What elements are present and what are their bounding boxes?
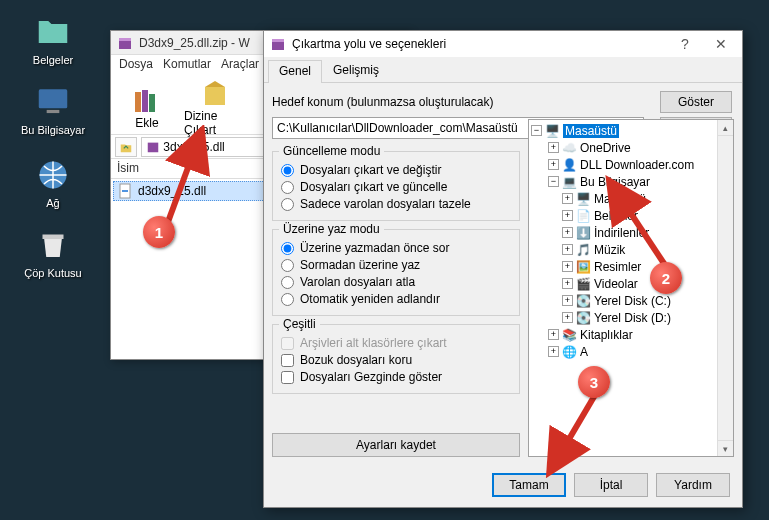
dialog-title: Çıkartma yolu ve seçenekleri bbox=[292, 37, 664, 51]
tree-node-libraries[interactable]: +📚Kitaplıklar bbox=[531, 326, 731, 343]
tree-node-this-pc[interactable]: −💻Bu Bilgisayar bbox=[531, 173, 731, 190]
dialog-right-column: −🖥️Masaüstü +☁️OneDrive +👤DLL Downloader… bbox=[528, 91, 734, 457]
tree-node-downloads[interactable]: +⬇️İndirilenler bbox=[531, 224, 731, 241]
radio-extract-update[interactable]: Dosyaları çıkart ve güncelle bbox=[281, 180, 511, 194]
svg-rect-10 bbox=[148, 143, 159, 153]
books-add-icon bbox=[131, 84, 163, 116]
ok-button[interactable]: Tamam bbox=[492, 473, 566, 497]
scroll-up-button[interactable]: ▴ bbox=[718, 120, 733, 136]
menu-file[interactable]: Dosya bbox=[119, 57, 153, 73]
radio-auto-rename[interactable]: Otomatik yeniden adlandır bbox=[281, 292, 511, 306]
network-icon bbox=[33, 155, 73, 195]
cloud-icon: ☁️ bbox=[562, 140, 577, 155]
menu-commands[interactable]: Komutlar bbox=[163, 57, 211, 73]
svg-rect-1 bbox=[47, 110, 60, 113]
dialog-tabs: Genel Gelişmiş bbox=[264, 59, 742, 83]
books-extract-icon bbox=[199, 77, 231, 109]
tree-scrollbar[interactable]: ▴ ▾ bbox=[717, 120, 733, 456]
svg-rect-3 bbox=[43, 235, 64, 240]
dialog-titlebar[interactable]: Çıkartma yolu ve seçenekleri ? ✕ bbox=[264, 31, 742, 57]
help-button[interactable]: Yardım bbox=[656, 473, 730, 497]
tree-node-onedrive[interactable]: +☁️OneDrive bbox=[531, 139, 731, 156]
documents-icon: 📄 bbox=[576, 208, 591, 223]
winrar-title: D3dx9_25.dll.zip - W bbox=[139, 36, 250, 50]
tree-node-videos[interactable]: +🎬Videolar bbox=[531, 275, 731, 292]
desktop-icon-label: Çöp Kutusu bbox=[18, 267, 88, 279]
toolbar-extract-label: Dizine Çıkart bbox=[184, 109, 246, 137]
tree-node-desktop[interactable]: +🖥️Masaüstü bbox=[531, 190, 731, 207]
column-name: İsim bbox=[117, 161, 139, 176]
scroll-down-button[interactable]: ▾ bbox=[718, 440, 733, 456]
toolbar-add-button[interactable]: Ekle bbox=[115, 79, 179, 135]
tree-node-dlldownloader[interactable]: +👤DLL Downloader.com bbox=[531, 156, 731, 173]
radio-skip-existing[interactable]: Varolan dosyaları atla bbox=[281, 275, 511, 289]
music-icon: 🎵 bbox=[576, 242, 591, 257]
tab-general[interactable]: Genel bbox=[268, 60, 322, 83]
desktop-icon-label: Belgeler bbox=[18, 54, 88, 66]
update-mode-group: Güncelleme modu Dosyaları çıkart ve deği… bbox=[272, 151, 520, 221]
desktop-icon-recyclebin[interactable]: Çöp Kutusu bbox=[18, 225, 88, 279]
tree-node-network[interactable]: +🌐A bbox=[531, 343, 731, 360]
file-name: d3dx9_25.dll bbox=[138, 184, 206, 198]
user-icon: 👤 bbox=[562, 157, 577, 172]
svg-rect-12 bbox=[122, 190, 128, 192]
tree-node-music[interactable]: +🎵Müzik bbox=[531, 241, 731, 258]
tree-node-desktop-root[interactable]: −🖥️Masaüstü bbox=[531, 122, 731, 139]
computer-icon: 💻 bbox=[562, 174, 577, 189]
desktop-folder-icon: 🖥️ bbox=[576, 191, 591, 206]
dll-file-icon bbox=[118, 183, 134, 199]
winrar-icon bbox=[270, 36, 286, 52]
svg-rect-5 bbox=[119, 38, 131, 41]
computer-icon bbox=[33, 82, 73, 122]
check-keep-broken[interactable]: Bozuk dosyaları koru bbox=[281, 353, 511, 367]
help-button[interactable]: ? bbox=[670, 34, 700, 54]
desktop-icon-computer[interactable]: Bu Bilgisayar bbox=[18, 82, 88, 136]
libraries-icon: 📚 bbox=[562, 327, 577, 342]
check-subfolders[interactable]: Arşivleri alt klasörlere çıkart bbox=[281, 336, 511, 350]
menu-tools[interactable]: Araçlar bbox=[221, 57, 259, 73]
pictures-icon: 🖼️ bbox=[576, 259, 591, 274]
save-settings-button[interactable]: Ayarları kaydet bbox=[272, 433, 520, 457]
cancel-button[interactable]: İptal bbox=[574, 473, 648, 497]
disk-icon: 💽 bbox=[576, 310, 591, 325]
toolbar-extract-button[interactable]: Dizine Çıkart bbox=[183, 79, 247, 135]
svg-rect-0 bbox=[39, 89, 68, 108]
radio-extract-replace[interactable]: Dosyaları çıkart ve değiştir bbox=[281, 163, 511, 177]
desktop-icon-documents[interactable]: Belgeler bbox=[18, 12, 88, 66]
tab-advanced[interactable]: Gelişmiş bbox=[322, 59, 390, 82]
svg-rect-7 bbox=[142, 90, 148, 112]
tree-node-disk-c[interactable]: +💽Yerel Disk (C:) bbox=[531, 292, 731, 309]
desktop-icon-label: Bu Bilgisayar bbox=[18, 124, 88, 136]
close-button[interactable]: ✕ bbox=[706, 34, 736, 54]
misc-group: Çeşitli Arşivleri alt klasörlere çıkart … bbox=[272, 324, 520, 394]
svg-rect-14 bbox=[272, 39, 284, 42]
radio-ask-before[interactable]: Üzerine yazmadan önce sor bbox=[281, 241, 511, 255]
overwrite-mode-group: Üzerine yaz modu Üzerine yazmadan önce s… bbox=[272, 229, 520, 316]
svg-rect-6 bbox=[135, 92, 141, 112]
svg-rect-9 bbox=[205, 87, 225, 105]
dialog-left-column: Hedef konum (bulunmazsa oluşturulacak) G… bbox=[272, 91, 520, 457]
svg-rect-8 bbox=[149, 94, 155, 112]
tree-node-pictures[interactable]: +🖼️Resimler bbox=[531, 258, 731, 275]
up-folder-button[interactable] bbox=[115, 137, 137, 157]
toolbar-add-label: Ekle bbox=[135, 116, 158, 130]
overwrite-mode-title: Üzerine yaz modu bbox=[279, 222, 384, 236]
videos-icon: 🎬 bbox=[576, 276, 591, 291]
desktop-icon-label: Ağ bbox=[18, 197, 88, 209]
tree-node-documents[interactable]: +📄Belgeler bbox=[531, 207, 731, 224]
misc-title: Çeşitli bbox=[279, 317, 320, 331]
radio-freshen-only[interactable]: Sadece varolan dosyaları tazele bbox=[281, 197, 511, 211]
desktop-icon-network[interactable]: Ağ bbox=[18, 155, 88, 209]
check-show-explorer[interactable]: Dosyaları Gezginde göster bbox=[281, 370, 511, 384]
winrar-icon bbox=[117, 35, 133, 51]
tree-node-disk-d[interactable]: +💽Yerel Disk (D:) bbox=[531, 309, 731, 326]
folder-icon bbox=[33, 12, 73, 52]
dialog-button-row: Tamam İptal Yardım bbox=[264, 465, 742, 505]
desktop-icon: 🖥️ bbox=[545, 123, 560, 138]
network-icon: 🌐 bbox=[562, 344, 577, 359]
folder-tree[interactable]: −🖥️Masaüstü +☁️OneDrive +👤DLL Downloader… bbox=[528, 119, 734, 457]
radio-overwrite-no-ask[interactable]: Sormadan üzerine yaz bbox=[281, 258, 511, 272]
update-mode-title: Güncelleme modu bbox=[279, 144, 384, 158]
trash-icon bbox=[33, 225, 73, 265]
download-icon: ⬇️ bbox=[576, 225, 591, 240]
